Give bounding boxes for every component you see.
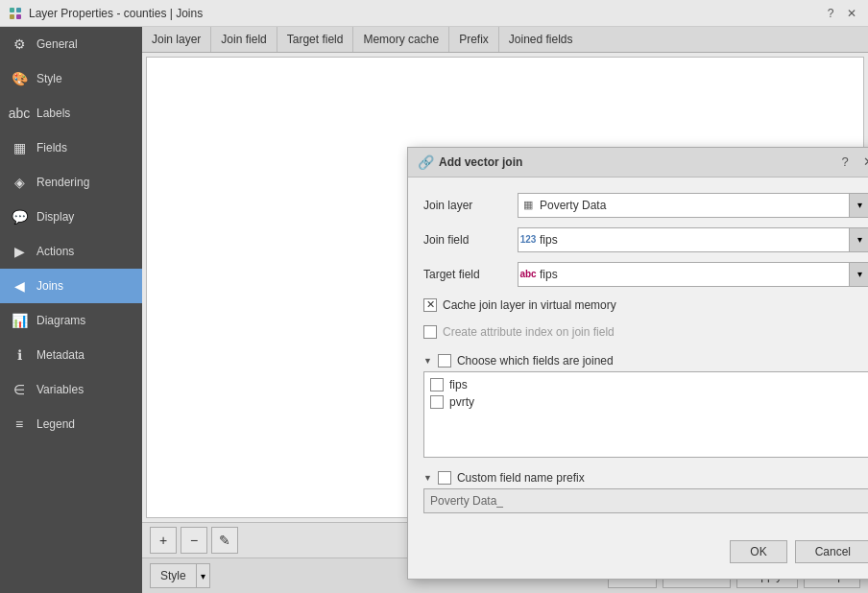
remove-join-button[interactable]: − — [181, 527, 207, 554]
join-field-icon: 123 — [518, 234, 538, 245]
style-label: Style — [151, 569, 196, 582]
dialog-title-bar: 🔗 Add vector join ? ✕ — [408, 148, 868, 178]
dialog-body: Join layer ▦ Poverty Data ▾ Join field — [408, 178, 868, 529]
sidebar-item-joins[interactable]: ◀ Joins — [0, 269, 142, 303]
sidebar-item-fields[interactable]: ▦ Fields — [0, 130, 142, 165]
target-field-label: Target field — [423, 268, 510, 281]
labels-icon: abc — [10, 104, 29, 123]
sidebar: ⚙ General 🎨 Style abc Labels ▦ Fields ◈ … — [0, 27, 142, 593]
sidebar-item-labels[interactable]: abc Labels — [0, 96, 142, 130]
main-layout: ⚙ General 🎨 Style abc Labels ▦ Fields ◈ … — [0, 27, 868, 593]
add-vector-join-dialog: 🔗 Add vector join ? ✕ Join layer ▦ Pover… — [407, 147, 868, 580]
join-field-row: Join field 123 fips ▾ — [423, 227, 868, 252]
dialog-overlay: 🔗 Add vector join ? ✕ Join layer ▦ Pover… — [284, 80, 868, 593]
help-button[interactable]: ? — [822, 5, 839, 22]
sidebar-item-metadata[interactable]: ℹ Metadata — [0, 338, 142, 372]
index-label: Create attribute index on join field — [443, 325, 615, 339]
choose-fields-label: Choose which fields are joined — [457, 354, 614, 368]
field-checkbox-fips[interactable] — [430, 378, 444, 391]
dialog-icon: 🔗 — [418, 154, 433, 170]
field-item-fips[interactable]: fips — [430, 378, 864, 391]
general-label: General — [36, 37, 78, 51]
prefix-input[interactable] — [423, 488, 868, 513]
general-icon: ⚙ — [10, 35, 29, 54]
dialog-cancel-button[interactable]: Cancel — [795, 540, 868, 563]
target-field-select[interactable]: abc fips ▾ — [518, 262, 868, 287]
choose-fields-header[interactable]: ▼ Choose which fields are joined — [423, 350, 868, 371]
field-item-pvrty[interactable]: pvrty — [430, 395, 864, 409]
add-icon: + — [159, 533, 167, 548]
dialog-ok-button[interactable]: OK — [730, 540, 786, 563]
joins-icon: ◀ — [10, 276, 29, 296]
title-bar-buttons: ? ✕ — [822, 5, 860, 22]
choose-fields-checkbox[interactable] — [438, 354, 451, 368]
section-arrow-icon: ▼ — [423, 356, 432, 366]
choose-fields-section: ▼ Choose which fields are joined fips pv… — [423, 350, 868, 458]
sidebar-item-diagrams[interactable]: 📊 Diagrams — [0, 303, 142, 338]
remove-icon: − — [190, 533, 198, 548]
edit-join-button[interactable]: ✎ — [211, 527, 238, 554]
window-title: Layer Properties - counties | Joins — [29, 7, 822, 20]
dialog-help-button[interactable]: ? — [836, 154, 854, 171]
fields-icon: ▦ — [10, 138, 29, 157]
join-layer-row: Join layer ▦ Poverty Data ▾ — [423, 193, 868, 218]
actions-icon: ▶ — [10, 242, 29, 261]
dialog-buttons: OK Cancel — [408, 529, 868, 579]
target-field-dropdown-arrow[interactable]: ▾ — [849, 263, 868, 286]
field-label-fips: fips — [449, 378, 468, 391]
col-header-join-field: Join field — [211, 27, 277, 52]
dialog-close-button[interactable]: ✕ — [859, 154, 868, 171]
join-layer-dropdown-arrow[interactable]: ▾ — [849, 194, 868, 217]
target-field-row: Target field abc fips ▾ — [423, 262, 868, 287]
prefix-checkbox[interactable] — [438, 471, 451, 485]
legend-label: Legend — [36, 417, 75, 431]
display-label: Display — [36, 210, 74, 224]
labels-label: Labels — [36, 107, 70, 120]
content-wrapper: 🔗 Add vector join ? ✕ Join layer ▦ Pover… — [142, 53, 868, 522]
sidebar-item-display[interactable]: 💬 Display — [0, 200, 142, 234]
cache-label: Cache join layer in virtual memory — [443, 298, 616, 312]
add-join-button[interactable]: + — [150, 527, 177, 554]
prefix-arrow-icon: ▼ — [423, 473, 432, 483]
prefix-header[interactable]: ▼ Custom field name prefix — [423, 467, 868, 488]
display-icon: 💬 — [10, 207, 29, 226]
style-dropdown-arrow[interactable]: ▾ — [196, 564, 209, 587]
sidebar-item-variables[interactable]: ∈ Variables — [0, 372, 142, 407]
close-button[interactable]: ✕ — [843, 5, 860, 22]
content-area: Join layerJoin fieldTarget fieldMemory c… — [142, 27, 868, 593]
col-header-target-field: Target field — [277, 27, 354, 52]
sidebar-item-rendering[interactable]: ◈ Rendering — [0, 165, 142, 200]
diagrams-label: Diagrams — [36, 314, 85, 327]
join-field-dropdown-arrow[interactable]: ▾ — [849, 228, 868, 251]
join-layer-select[interactable]: ▦ Poverty Data ▾ — [518, 193, 868, 218]
svg-rect-1 — [16, 8, 21, 12]
rendering-label: Rendering — [36, 176, 89, 189]
svg-rect-3 — [16, 14, 21, 19]
sidebar-item-legend[interactable]: ≡ Legend — [0, 407, 142, 441]
sidebar-item-style[interactable]: 🎨 Style — [0, 61, 142, 96]
joins-label: Joins — [36, 279, 63, 293]
column-headers: Join layerJoin fieldTarget fieldMemory c… — [142, 27, 868, 53]
join-layer-icon: ▦ — [518, 199, 538, 211]
field-checkbox-pvrty[interactable] — [430, 395, 444, 409]
metadata-label: Metadata — [36, 348, 84, 362]
join-layer-label: Join layer — [423, 199, 510, 212]
join-layer-value: Poverty Data — [538, 199, 849, 212]
cache-checkbox[interactable] — [423, 298, 437, 312]
metadata-icon: ℹ — [10, 345, 29, 365]
cache-row[interactable]: Cache join layer in virtual memory — [423, 296, 868, 314]
col-header-memory-cache: Memory cache — [353, 27, 449, 52]
variables-icon: ∈ — [10, 380, 29, 399]
app-icon — [8, 6, 23, 21]
sidebar-item-actions[interactable]: ▶ Actions — [0, 234, 142, 269]
fields-label: Fields — [36, 141, 67, 154]
join-field-select[interactable]: 123 fips ▾ — [518, 227, 868, 252]
target-field-icon: abc — [518, 269, 538, 279]
index-row[interactable]: Create attribute index on join field — [423, 323, 868, 341]
field-label-pvrty: pvrty — [449, 395, 474, 409]
style-button[interactable]: Style ▾ — [150, 563, 210, 588]
title-bar: Layer Properties - counties | Joins ? ✕ — [0, 0, 868, 27]
index-checkbox[interactable] — [423, 325, 437, 339]
sidebar-item-general[interactable]: ⚙ General — [0, 27, 142, 61]
col-header-joined-fields: Joined fields — [499, 27, 868, 52]
